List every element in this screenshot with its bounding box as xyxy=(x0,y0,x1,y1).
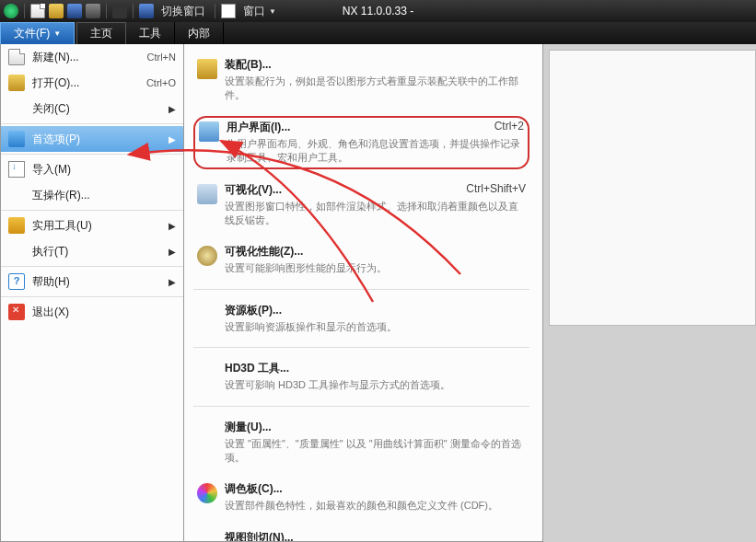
tool-icon[interactable] xyxy=(86,4,100,18)
submenu-user-interface[interactable]: 用户界面(I)...Ctrl+2为用户界面布局、外观、角色和消息设置首选项，并提… xyxy=(193,116,529,169)
help-icon: ? xyxy=(8,273,25,290)
menu-help[interactable]: ?帮助(H)▶ xyxy=(1,269,183,294)
ui-icon xyxy=(199,121,219,142)
submenu-vis-performance[interactable]: 可视化性能(Z)...设置可能影响图形性能的显示行为。 xyxy=(193,240,529,279)
window-menu-button[interactable]: 窗口▼ xyxy=(239,4,280,19)
menu-new[interactable]: 新建(N)...Ctrl+N xyxy=(1,44,183,70)
window-icon[interactable] xyxy=(221,4,236,18)
chevron-right-icon: ▶ xyxy=(169,134,176,144)
blank-icon xyxy=(197,305,217,325)
switch-window-button[interactable]: 切换窗口 xyxy=(157,4,209,19)
preferences-submenu: 装配(B)...设置装配行为，例如是否以图形方式着重显示装配关联中的工作部件。 … xyxy=(184,44,543,542)
separator xyxy=(106,4,107,18)
separator xyxy=(193,289,529,290)
title-bar: 切换窗口 窗口▼ NX 11.0.0.33 - xyxy=(0,0,756,22)
preferences-icon xyxy=(8,131,25,147)
blank-icon xyxy=(197,532,217,542)
palette-icon xyxy=(197,483,217,503)
tab-home[interactable]: 主页 xyxy=(76,22,126,44)
menu-interop[interactable]: 互操作(R)... xyxy=(1,182,183,208)
tab-tools[interactable]: 工具 xyxy=(126,22,175,44)
content-panel xyxy=(549,50,756,326)
separator xyxy=(193,347,529,348)
new-icon[interactable] xyxy=(30,4,45,18)
visualization-icon xyxy=(197,184,217,204)
separator xyxy=(1,210,183,211)
import-icon xyxy=(8,161,25,178)
utilities-icon xyxy=(8,217,25,234)
submenu-palette[interactable]: 调色板(C)...设置部件颜色特性，如最喜欢的颜色和颜色定义文件 (CDF)。 xyxy=(193,478,529,516)
separator xyxy=(24,4,25,18)
save-icon[interactable] xyxy=(67,4,82,18)
separator xyxy=(1,296,183,297)
menu-exit[interactable]: 退出(X) xyxy=(1,299,183,325)
submenu-visualization[interactable]: 可视化(V)...Ctrl+Shift+V设置图形窗口特性，如部件渲染样式、选择… xyxy=(193,179,529,232)
chevron-right-icon: ▶ xyxy=(169,221,176,231)
menu-preferences[interactable]: 首选项(P)▶ xyxy=(1,126,183,152)
separator xyxy=(1,154,183,155)
blank-icon xyxy=(8,187,25,203)
tab-file[interactable]: 文件(F)▼ xyxy=(0,22,75,44)
menu-execute[interactable]: 执行(T)▶ xyxy=(1,238,183,264)
separator xyxy=(215,4,215,18)
submenu-resource[interactable]: 资源板(P)...设置影响资源板操作和显示的首选项。 xyxy=(193,299,529,338)
submenu-hd3d[interactable]: HD3D 工具...设置可影响 HD3D 工具操作与显示方式的首选项。 xyxy=(193,357,529,396)
open-icon[interactable] xyxy=(49,4,64,18)
app-icon xyxy=(4,4,18,18)
separator xyxy=(1,266,183,267)
menu-utilities[interactable]: 实用工具(U)▶ xyxy=(1,213,183,238)
menu-open[interactable]: 打开(O)...Ctrl+O xyxy=(1,70,183,96)
menu-close[interactable]: 关闭(C)▶ xyxy=(1,96,183,121)
assembly-icon xyxy=(197,59,217,79)
submenu-measure[interactable]: 测量(U)...设置 "面属性"、"质量属性" 以及 "用曲线计算面积" 测量命… xyxy=(193,416,529,469)
chevron-right-icon: ▶ xyxy=(169,277,176,287)
windows-icon[interactable] xyxy=(139,4,154,18)
separator xyxy=(1,123,183,124)
blank-icon xyxy=(8,243,25,259)
new-icon xyxy=(8,49,25,65)
chevron-right-icon: ▶ xyxy=(169,104,176,114)
chevron-right-icon: ▶ xyxy=(169,247,176,257)
blank-icon xyxy=(197,363,217,383)
submenu-section[interactable]: 视图剖切(N)...设置视图剖切控件，例如锁定所有平面。 xyxy=(193,526,529,542)
blank-icon xyxy=(197,421,217,442)
separator xyxy=(133,4,134,18)
workspace: 新建(N)...Ctrl+N 打开(O)...Ctrl+O 关闭(C)▶ 首选项… xyxy=(0,44,756,542)
content-area xyxy=(543,44,756,542)
blank-icon xyxy=(8,100,25,117)
separator xyxy=(193,406,529,407)
menu-import[interactable]: 导入(M) xyxy=(1,156,183,182)
exit-icon xyxy=(8,304,25,320)
submenu-assembly[interactable]: 装配(B)...设置装配行为，例如是否以图形方式着重显示装配关联中的工作部件。 xyxy=(193,53,529,107)
tab-internal[interactable]: 内部 xyxy=(175,22,224,44)
app-title: NX 11.0.0.33 - xyxy=(343,5,413,17)
open-icon xyxy=(8,75,25,91)
file-menu: 新建(N)...Ctrl+N 打开(O)...Ctrl+O 关闭(C)▶ 首选项… xyxy=(0,44,184,542)
undo-icon[interactable] xyxy=(112,4,127,18)
vis-performance-icon xyxy=(197,246,217,266)
menu-bar: 文件(F)▼ 主页 工具 内部 xyxy=(0,22,756,44)
